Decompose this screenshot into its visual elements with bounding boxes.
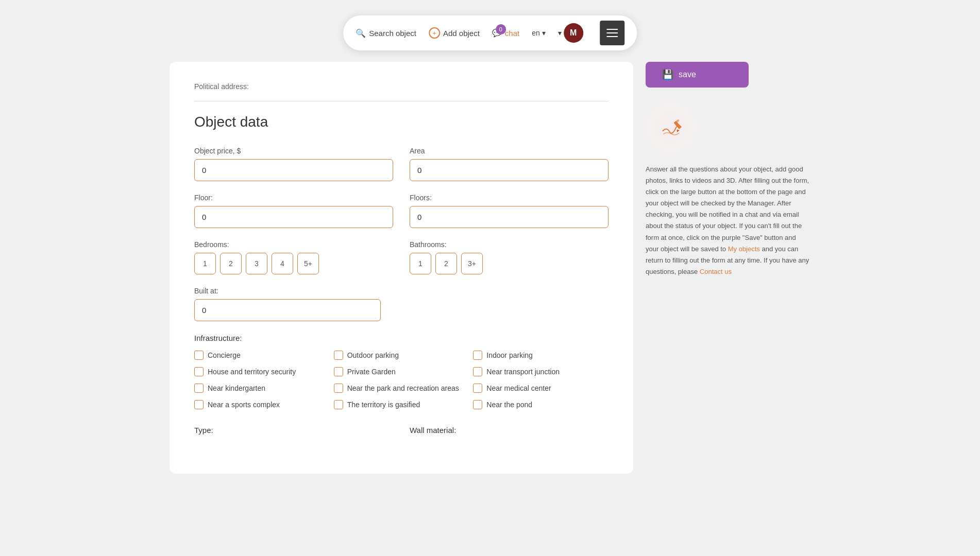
search-nav-item[interactable]: 🔍 Search object [356, 28, 416, 38]
area-label: Area [410, 147, 609, 155]
price-input[interactable] [194, 159, 393, 181]
infra-checkbox-outdoor-parking[interactable] [334, 351, 343, 360]
infra-label-near-park: Near the park and recreation areas [347, 384, 459, 392]
infra-checkbox-near-transport[interactable] [473, 367, 482, 376]
floors-input[interactable] [410, 206, 609, 228]
price-group: Object price, $ [194, 147, 393, 181]
chat-wrap: 💬 0 [492, 28, 502, 38]
built-at-group: Built at: [194, 287, 381, 321]
bathrooms-buttons: 1 2 3+ [410, 253, 609, 274]
infra-checkbox-concierge[interactable] [194, 351, 204, 360]
bedroom-btn-3[interactable]: 3 [246, 253, 267, 274]
svg-point-0 [657, 114, 685, 142]
bedroom-btn-5plus[interactable]: 5+ [297, 253, 319, 274]
divider-1 [194, 101, 609, 101]
chat-nav-item[interactable]: 💬 0 chat [492, 28, 519, 38]
bathroom-btn-3plus[interactable]: 3+ [461, 253, 483, 274]
infrastructure-grid: Concierge Outdoor parking Indoor parking… [194, 351, 609, 409]
political-address-label: Political address: [194, 82, 249, 91]
infra-private-garden[interactable]: Private Garden [334, 367, 469, 376]
my-objects-link[interactable]: My objects [728, 245, 760, 253]
built-at-input[interactable] [194, 299, 381, 321]
page-wrapper: Political address: Object data Object pr… [0, 0, 980, 505]
floor-input[interactable] [194, 206, 393, 228]
bedrooms-bathrooms-row: Bedrooms: 1 2 3 4 5+ Bathrooms: 1 2 3+ [194, 240, 609, 274]
infra-concierge[interactable]: Concierge [194, 351, 330, 360]
area-input[interactable] [410, 159, 609, 181]
area-group: Area [410, 147, 609, 181]
main-card: Political address: Object data Object pr… [170, 62, 633, 474]
infra-near-pond[interactable]: Near the pond [473, 400, 609, 409]
infra-checkbox-private-garden[interactable] [334, 367, 343, 376]
infra-label-territory-gasified: The territory is gasified [347, 401, 420, 409]
wall-material-label: Wall material: [410, 426, 609, 435]
floor-floors-row: Floor: Floors: [194, 194, 609, 228]
chat-badge: 0 [496, 24, 506, 34]
infra-near-medical[interactable]: Near medical center [473, 384, 609, 393]
bedroom-btn-2[interactable]: 2 [220, 253, 242, 274]
infra-label-near-pond: Near the pond [486, 401, 532, 409]
top-navigation: 🔍 Search object + Add object 💬 0 chat en… [343, 15, 637, 50]
bathroom-btn-1[interactable]: 1 [410, 253, 431, 274]
hamburger-line-2 [606, 32, 618, 33]
contact-us-link[interactable]: Contact us [700, 268, 732, 275]
infra-label-near-transport: Near transport junction [486, 368, 560, 376]
infra-territory-gasified[interactable]: The territory is gasified [334, 400, 469, 409]
floor-label: Floor: [194, 194, 393, 202]
infra-checkbox-near-sports[interactable] [194, 400, 204, 409]
infra-checkbox-near-park[interactable] [334, 384, 343, 393]
search-nav-label: Search object [369, 29, 416, 38]
infra-checkbox-territory-gasified[interactable] [334, 400, 343, 409]
infra-house-security[interactable]: House and territory security [194, 367, 330, 376]
save-label: save [679, 70, 696, 79]
infra-near-park[interactable]: Near the park and recreation areas [334, 384, 469, 393]
price-label: Object price, $ [194, 147, 393, 155]
language-selector[interactable]: en ▾ [532, 29, 546, 37]
search-icon: 🔍 [356, 28, 366, 38]
infra-label-private-garden: Private Garden [347, 368, 396, 376]
bedroom-btn-4[interactable]: 4 [272, 253, 293, 274]
floors-group: Floors: [410, 194, 609, 228]
chevron-down-icon: ▾ [542, 29, 546, 37]
type-wall-row: Type: Wall material: [194, 426, 609, 443]
illustration [646, 102, 697, 153]
infra-checkbox-house-security[interactable] [194, 367, 204, 376]
add-nav-label: Add object [443, 29, 480, 38]
price-area-row: Object price, $ Area [194, 147, 609, 181]
sidebar-helper-text: Answer all the questions about your obje… [646, 164, 810, 277]
save-icon: 💾 [662, 69, 673, 80]
political-address-row: Political address: [194, 82, 609, 91]
bedroom-btn-1[interactable]: 1 [194, 253, 216, 274]
hamburger-menu[interactable] [600, 21, 624, 45]
infra-near-sports[interactable]: Near a sports complex [194, 400, 330, 409]
infra-checkbox-near-medical[interactable] [473, 384, 482, 393]
infra-near-transport[interactable]: Near transport junction [473, 367, 609, 376]
infra-label-near-kindergarten: Near kindergarten [208, 384, 265, 392]
floor-group: Floor: [194, 194, 393, 228]
built-at-label: Built at: [194, 287, 381, 295]
illustration-svg [656, 112, 687, 143]
bathrooms-group: Bathrooms: 1 2 3+ [410, 240, 609, 274]
infra-indoor-parking[interactable]: Indoor parking [473, 351, 609, 360]
hamburger-line-1 [606, 29, 618, 30]
bathroom-btn-2[interactable]: 2 [435, 253, 457, 274]
chat-nav-label: chat [505, 29, 519, 38]
floors-label: Floors: [410, 194, 609, 202]
infra-label-near-sports: Near a sports complex [208, 401, 280, 409]
infra-near-kindergarten[interactable]: Near kindergarten [194, 384, 330, 393]
helper-text-part1: Answer all the questions about your obje… [646, 165, 809, 253]
infra-checkbox-indoor-parking[interactable] [473, 351, 482, 360]
bedrooms-buttons: 1 2 3 4 5+ [194, 253, 393, 274]
infra-outdoor-parking[interactable]: Outdoor parking [334, 351, 469, 360]
infra-label-house-security: House and territory security [208, 368, 296, 376]
infrastructure-label: Infrastructure: [194, 334, 609, 342]
infra-checkbox-near-kindergarten[interactable] [194, 384, 204, 393]
infra-checkbox-near-pond[interactable] [473, 400, 482, 409]
add-object-nav-item[interactable]: + Add object [429, 27, 480, 39]
avatar[interactable]: M [564, 23, 583, 43]
save-button[interactable]: 💾 save [646, 62, 749, 88]
avatar-dropdown[interactable]: ▾ M [558, 23, 583, 43]
type-label: Type: [194, 426, 393, 435]
hamburger-line-3 [606, 36, 618, 37]
infra-label-near-medical: Near medical center [486, 384, 551, 392]
